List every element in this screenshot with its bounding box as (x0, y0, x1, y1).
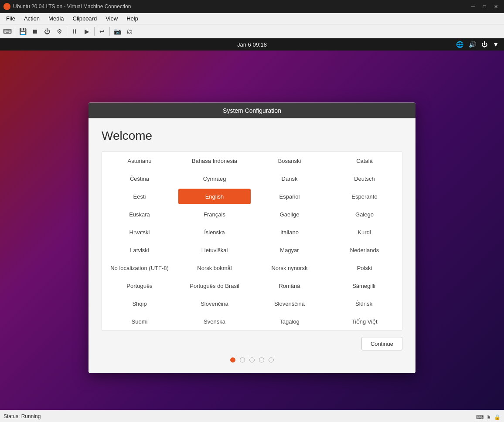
keyboard-icon: ⌨ (476, 414, 484, 420)
language-item[interactable]: Nederlands (328, 242, 401, 257)
language-item[interactable]: Slovenčina (178, 296, 251, 311)
language-item[interactable]: Italiano (253, 224, 326, 240)
pagination-dot[interactable] (269, 357, 274, 362)
language-item[interactable]: Sámegillii (328, 278, 401, 293)
language-item[interactable]: Gaeilge (253, 206, 326, 222)
volume-icon[interactable]: 🔊 (469, 41, 476, 48)
language-item[interactable]: Slovenščina (253, 296, 326, 311)
language-item[interactable]: Lietuviškai (178, 242, 251, 257)
pagination-dot[interactable] (249, 357, 255, 362)
language-item[interactable]: Français (178, 206, 251, 222)
menu-help[interactable]: Help (122, 14, 143, 23)
dialog-body: Welcome AsturianuBahasa IndonesiaBosansk… (89, 118, 415, 373)
language-item[interactable]: Asturianu (103, 153, 176, 168)
toolbar-separator-4 (109, 27, 110, 36)
menu-media[interactable]: Media (44, 14, 68, 23)
status-bar: Status: Running ⌨ 🖱 🔒 (0, 410, 504, 422)
revert-button[interactable]: ↩ (96, 26, 108, 37)
language-item[interactable]: Suomi (103, 314, 176, 329)
language-item[interactable]: Dansk (253, 171, 326, 186)
language-item[interactable]: Hrvatski (103, 224, 176, 240)
language-item[interactable]: Kurdî (328, 224, 401, 240)
network-icon[interactable]: 🌐 (456, 41, 463, 48)
datetime-display: Jan 6 09:18 (237, 41, 267, 48)
pagination-dot[interactable] (230, 357, 235, 362)
shutdown-button[interactable]: ⏻ (41, 26, 53, 37)
menu-bar: File Action Media Clipboard View Help (0, 13, 504, 24)
snapshot-manager-button[interactable]: 🗂 (124, 26, 135, 37)
language-item[interactable]: Português (103, 278, 176, 293)
settings-button[interactable]: ⚙ (54, 26, 65, 37)
language-item[interactable]: English (178, 189, 251, 204)
language-item[interactable]: No localization (UTF-8) (103, 260, 176, 275)
language-item[interactable]: Tiếng Việt (328, 314, 401, 329)
pagination-dot[interactable] (259, 357, 264, 362)
language-grid: AsturianuBahasa IndonesiaBosanskiCatalàČ… (102, 151, 402, 331)
language-item[interactable]: Română (253, 278, 326, 293)
toolbar-separator-3 (94, 27, 95, 36)
close-button[interactable]: ✕ (491, 2, 501, 11)
system-config-dialog: System Configuration Welcome AsturianuBa… (89, 102, 415, 373)
language-item[interactable]: Čeština (103, 171, 176, 186)
maximize-button[interactable]: □ (480, 2, 489, 11)
pagination-dot[interactable] (240, 357, 245, 362)
title-bar: Ubuntu 20.04 LTS on - Virtual Machine Co… (0, 0, 504, 13)
continue-button[interactable]: Continue (361, 337, 402, 350)
language-item[interactable]: Bosanski (253, 153, 326, 168)
language-item[interactable]: Ślûnski (328, 296, 401, 311)
status-icons: ⌨ 🖱 🔒 (476, 414, 501, 420)
language-item[interactable]: Euskara (103, 206, 176, 222)
turn-off-button[interactable]: ⏹ (29, 26, 41, 37)
ubuntu-top-bar-right: 🌐 🔊 ⏻ ▼ (456, 41, 499, 48)
pagination (102, 354, 402, 364)
system-menu-icon[interactable]: ▼ (493, 41, 499, 48)
language-item[interactable]: Català (328, 153, 401, 168)
menu-file[interactable]: File (2, 14, 20, 23)
language-item[interactable]: Galego (328, 206, 401, 222)
power-icon[interactable]: ⏻ (481, 41, 487, 48)
menu-clipboard[interactable]: Clipboard (68, 14, 102, 23)
language-item[interactable]: Español (253, 189, 326, 204)
resume-button[interactable]: ▶ (81, 26, 92, 37)
ctrl-alt-del-button[interactable]: ⌨ (2, 26, 13, 37)
language-item[interactable]: Íslenska (178, 224, 251, 240)
language-item[interactable]: Tagalog (253, 314, 326, 329)
welcome-heading: Welcome (102, 128, 402, 142)
ubuntu-icon (3, 3, 10, 10)
window-title: Ubuntu 20.04 LTS on - Virtual Machine Co… (13, 3, 468, 10)
language-item[interactable]: Bahasa Indonesia (178, 153, 251, 168)
minimize-button[interactable]: ─ (468, 2, 478, 11)
lock-icon: 🔒 (494, 414, 501, 420)
language-item[interactable]: Latviski (103, 242, 176, 257)
vm-screen: Jan 6 09:18 🌐 🔊 ⏻ ▼ System Configuration… (0, 38, 504, 410)
dialog-title: System Configuration (223, 107, 281, 114)
snapshot-button[interactable]: 📷 (112, 26, 123, 37)
status-text: Status: Running (3, 413, 41, 419)
window-controls: ─ □ ✕ (468, 2, 501, 11)
dialog-footer: Continue (102, 331, 402, 354)
toolbar-separator-1 (15, 27, 15, 36)
language-item[interactable]: Magyar (253, 242, 326, 257)
language-item[interactable]: Svenska (178, 314, 251, 329)
language-item[interactable]: Português do Brasil (178, 278, 251, 293)
save-state-button[interactable]: 💾 (17, 26, 28, 37)
menu-view[interactable]: View (101, 14, 122, 23)
dialog-titlebar: System Configuration (89, 102, 415, 118)
language-item[interactable]: Norsk nynorsk (253, 260, 326, 275)
language-item[interactable]: Norsk bokmål (178, 260, 251, 275)
mouse-icon: 🖱 (486, 414, 491, 420)
ubuntu-top-bar: Jan 6 09:18 🌐 🔊 ⏻ ▼ (0, 38, 504, 51)
pause-button[interactable]: ⏸ (69, 26, 80, 37)
toolbar: ⌨ 💾 ⏹ ⏻ ⚙ ⏸ ▶ ↩ 📷 🗂 (0, 24, 504, 38)
language-item[interactable]: Deutsch (328, 171, 401, 186)
language-item[interactable]: Eesti (103, 189, 176, 204)
toolbar-separator-2 (67, 27, 67, 36)
language-item[interactable]: Cymraeg (178, 171, 251, 186)
language-item[interactable]: Esperanto (328, 189, 401, 204)
menu-action[interactable]: Action (20, 14, 44, 23)
language-item[interactable]: Polski (328, 260, 401, 275)
language-item[interactable]: Shqip (103, 296, 176, 311)
